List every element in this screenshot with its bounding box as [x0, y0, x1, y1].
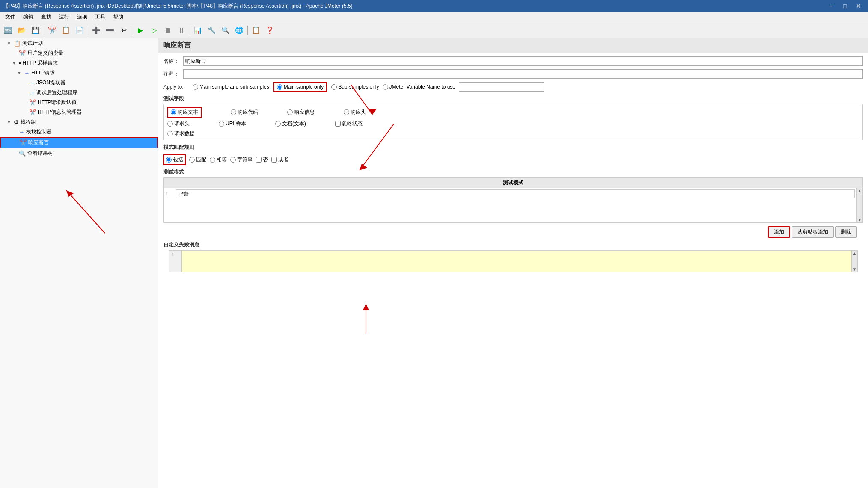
- apply-to-main-and-sub[interactable]: Main sample and sub-samples: [193, 84, 269, 90]
- resp-info-radio[interactable]: [287, 109, 293, 115]
- toolbar-paste[interactable]: 📄: [73, 24, 86, 37]
- pattern-or[interactable]: 或者: [271, 156, 288, 163]
- sidebar-item-thread-group[interactable]: ▼ ⚙ 线程组: [0, 117, 158, 127]
- minimize-button[interactable]: ─: [825, 1, 837, 11]
- apply-to-main-only[interactable]: Main sample only: [277, 84, 324, 90]
- test-field-resp-info[interactable]: 响应信息: [287, 109, 315, 116]
- test-field-req-data[interactable]: 请求数据: [167, 130, 859, 137]
- resp-head-radio[interactable]: [344, 109, 349, 115]
- pattern-negate[interactable]: 否: [256, 156, 268, 163]
- sidebar-item-http-default[interactable]: ✂️ HTTP请求默认值: [0, 98, 158, 107]
- close-button[interactable]: ✕: [853, 1, 865, 11]
- req-data-radio[interactable]: [167, 131, 173, 136]
- string-radio[interactable]: [230, 157, 236, 163]
- apply-to-main-only-label: Main sample only: [284, 84, 324, 90]
- doc-text-radio[interactable]: [275, 121, 281, 127]
- toolbar-add[interactable]: ➕: [90, 24, 103, 37]
- menu-item-工具[interactable]: 工具: [92, 12, 109, 21]
- sidebar-item-view-results[interactable]: 🔍 查看结果树: [0, 148, 158, 158]
- req-head-radio[interactable]: [167, 121, 173, 127]
- resp-text-radio[interactable]: [171, 109, 176, 115]
- url-sample-radio[interactable]: [219, 121, 224, 127]
- apply-to-main-and-sub-radio[interactable]: [193, 84, 198, 90]
- apply-to-jmeter-var-radio[interactable]: [383, 84, 388, 90]
- test-field-url-sample[interactable]: URL样本: [219, 120, 246, 127]
- menu-item-帮助[interactable]: 帮助: [110, 12, 127, 21]
- custom-scroll-up[interactable]: ▲: [853, 251, 857, 256]
- toolbar-cut[interactable]: ✂️: [46, 24, 59, 37]
- sidebar-item-debug-postproc[interactable]: → 调试后置处理程序: [0, 88, 158, 98]
- toolbar-open[interactable]: 📂: [15, 24, 28, 37]
- apply-to-main-only-radio[interactable]: [277, 84, 282, 90]
- add-button[interactable]: 添加: [768, 226, 790, 238]
- test-field-ignore-status[interactable]: 忽略状态: [335, 120, 363, 127]
- test-field-options: 响应文本 响应代码 响应信息 响应头: [163, 104, 863, 140]
- pattern-equal[interactable]: 相等: [210, 156, 227, 163]
- toolbar-list[interactable]: 📋: [250, 24, 262, 37]
- sidebar-item-user-vars[interactable]: ✂️ 用户定义的变量: [0, 48, 158, 58]
- toolbar-help[interactable]: ❓: [263, 24, 276, 37]
- paste-button[interactable]: 从剪贴板添加: [792, 226, 834, 238]
- toolbar-copy[interactable]: 📋: [59, 24, 72, 37]
- or-checkbox[interactable]: [271, 157, 277, 163]
- toolbar-undo[interactable]: ↩: [117, 24, 130, 37]
- negate-checkbox[interactable]: [256, 157, 262, 163]
- apply-to-jmeter-var[interactable]: JMeter Variable Name to use: [383, 84, 456, 90]
- menu-item-选项[interactable]: 选项: [74, 12, 91, 21]
- ignore-status-checkbox[interactable]: [335, 121, 341, 127]
- equal-radio[interactable]: [210, 157, 215, 163]
- toolbar-new[interactable]: 🆕: [2, 24, 15, 37]
- menu-item-运行[interactable]: 运行: [56, 12, 73, 21]
- http-req-icon: →: [24, 70, 30, 76]
- jmeter-var-input[interactable]: [459, 82, 544, 92]
- content-area: 响应断言 名称： 注释： Apply to: Main sample and s…: [158, 38, 868, 488]
- sidebar-item-json-extractor[interactable]: → JSON提取器: [0, 78, 158, 88]
- custom-msg-textarea[interactable]: [182, 251, 851, 272]
- tree-arrow: ▼: [7, 120, 12, 124]
- test-field-resp-text[interactable]: 响应文本: [171, 109, 198, 116]
- sidebar-item-response-assert[interactable]: ✂️ 响应断言: [0, 137, 158, 148]
- name-input[interactable]: [183, 56, 863, 66]
- toolbar-run-alt[interactable]: ▷: [148, 24, 161, 37]
- scroll-up[interactable]: ▲: [858, 189, 862, 193]
- pattern-include[interactable]: 包括: [166, 156, 183, 163]
- menu-item-查找[interactable]: 查找: [38, 12, 55, 21]
- toolbar-save[interactable]: 💾: [29, 24, 42, 37]
- test-field-resp-code[interactable]: 响应代码: [231, 109, 258, 116]
- sidebar-item-module-ctrl[interactable]: → 模块控制器: [0, 127, 158, 137]
- pattern-match[interactable]: 匹配: [189, 156, 206, 163]
- toolbar-remove[interactable]: ➖: [104, 24, 116, 37]
- toolbar-results[interactable]: 📊: [192, 24, 205, 37]
- sidebar-item-http-req[interactable]: ▼ → HTTP请求: [0, 68, 158, 78]
- comment-input[interactable]: [183, 69, 863, 79]
- apply-to-sub-only-radio[interactable]: [331, 84, 337, 90]
- test-field-doc-text[interactable]: 文档(文本): [275, 120, 306, 127]
- sidebar-item-http-header[interactable]: ✂️ HTTP信息头管理器: [0, 107, 158, 117]
- custom-scroll-down[interactable]: ▼: [853, 267, 857, 272]
- scroll-down[interactable]: ▼: [858, 217, 862, 222]
- include-radio[interactable]: [166, 157, 172, 163]
- toolbar-remote[interactable]: 🌐: [233, 24, 246, 37]
- toolbar-run[interactable]: ▶: [134, 24, 147, 37]
- apply-to-sub-only[interactable]: Sub-samples only: [331, 84, 379, 90]
- response-assert-icon: ✂️: [20, 139, 27, 146]
- menu-item-编辑[interactable]: 编辑: [20, 12, 37, 21]
- sidebar-item-http-sample[interactable]: ▼ ▪ HTTP 采样请求: [0, 58, 158, 68]
- toolbar-funnel[interactable]: 🔧: [205, 24, 218, 37]
- toolbar-pause[interactable]: ⏸: [175, 24, 188, 37]
- debug-icon: →: [29, 89, 35, 96]
- toolbar-sep-1: [44, 26, 44, 35]
- menu-item-文件[interactable]: 文件: [2, 12, 19, 21]
- sidebar-item-test-plan[interactable]: ▼ 📋 测试计划: [0, 38, 158, 48]
- resp-code-radio[interactable]: [231, 109, 236, 115]
- match-radio[interactable]: [189, 157, 195, 163]
- pattern-string[interactable]: 字符串: [230, 156, 253, 163]
- delete-button[interactable]: 删除: [835, 226, 857, 238]
- test-field-resp-head[interactable]: 响应头: [344, 109, 366, 116]
- toolbar-search[interactable]: 🔍: [219, 24, 232, 37]
- test-mode-scrollbar: ▲ ▼: [856, 188, 862, 222]
- test-field-req-head[interactable]: 请求头: [167, 120, 190, 127]
- test-mode-input-1[interactable]: [176, 189, 855, 198]
- toolbar-stop[interactable]: ⏹: [161, 24, 174, 37]
- maximize-button[interactable]: □: [839, 1, 851, 11]
